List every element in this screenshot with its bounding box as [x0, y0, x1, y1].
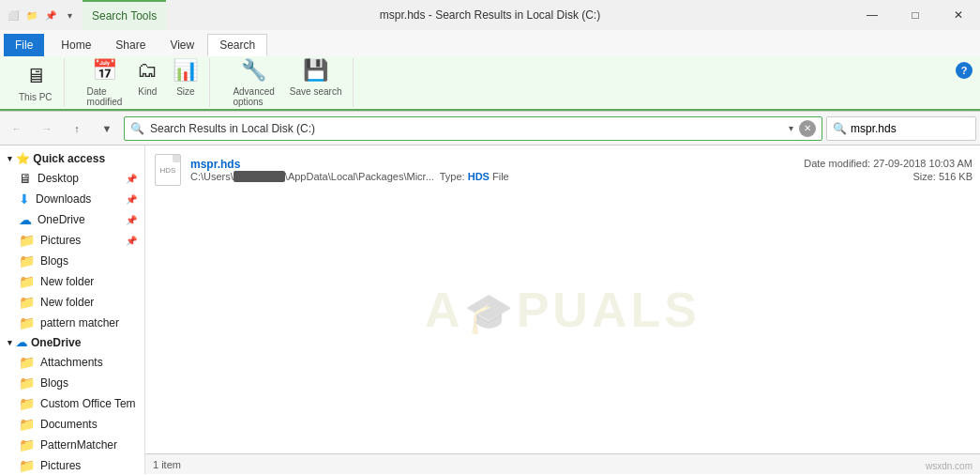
ribbon-btn-advanced[interactable]: 🔧 Advancedoptions	[227, 56, 279, 109]
address-bar-row: ← → ↑ ▼ 🔍 Search Results in Local Disk (…	[0, 112, 980, 146]
sidebar-item-downloads[interactable]: ⬇ Downloads 📌	[0, 189, 144, 209]
ribbon-btn-date[interactable]: 📅 Datemodified	[82, 56, 128, 109]
close-button[interactable]: ✕	[937, 0, 980, 30]
tab-view-label: View	[170, 38, 194, 52]
ribbon: File Home Share View Search 🖥 This PC 📅	[0, 30, 980, 112]
pictures-pin-icon: 📌	[126, 236, 137, 246]
sidebar-item-pattern-matcher[interactable]: 📁 pattern matcher	[0, 313, 144, 333]
address-bar-search-icon: 🔍	[130, 122, 144, 135]
sidebar-item-newfolder2[interactable]: 📁 New folder	[0, 292, 144, 313]
site-watermark-text: wsxdn.com	[926, 461, 972, 471]
sidebar-item-attachments-label: Attachments	[40, 356, 137, 369]
ribbon-btn-kind[interactable]: 🗂 Kind	[131, 56, 163, 109]
sidebar-item-pictures-od[interactable]: 📁 Pictures	[0, 455, 144, 474]
ribbon-group-location: 🖥 This PC	[8, 58, 65, 107]
sidebar-item-attachments[interactable]: 📁 Attachments	[0, 352, 144, 373]
ribbon-search-content: 🖥 This PC 📅 Datemodified 🗂 Kind 📊 Size	[0, 56, 980, 111]
attachments-icon: 📁	[19, 355, 35, 370]
sidebar-item-documents[interactable]: 📁 Documents	[0, 414, 144, 435]
file-path-redacted: ▬▬▬▬▬	[234, 171, 285, 182]
tab-search-label: Search	[219, 38, 255, 52]
sidebar-item-patternmatcher-label: PatternMatcher	[40, 438, 137, 452]
sidebar-item-onedrive-quick-label: OneDrive	[38, 213, 120, 226]
sidebar-item-desktop-label: Desktop	[38, 172, 120, 185]
file-path-suffix: \AppData\Local\Packages\Micr...	[285, 171, 434, 182]
search-tools-ribbon-tab[interactable]: Search Tools	[83, 0, 166, 30]
sidebar-item-desktop[interactable]: 🖥 Desktop 📌	[0, 168, 144, 189]
ribbon-btn-size[interactable]: 📊 Size	[167, 56, 204, 109]
address-bar[interactable]: 🔍 Search Results in Local Disk (C:) ▾ ✕	[124, 116, 822, 141]
app-icon-2: 📁	[24, 8, 39, 23]
sidebar-item-blogs-quick[interactable]: 📁 Blogs	[0, 251, 144, 271]
newfolder1-icon: 📁	[19, 274, 35, 289]
sidebar-item-documents-label: Documents	[40, 418, 137, 431]
tab-home[interactable]: Home	[50, 34, 102, 56]
custom-office-icon: 📁	[19, 396, 35, 411]
file-meta-mspr: Date modified: 27-09-2018 10:03 AM Size:…	[804, 158, 972, 182]
watermark-rest: PUALS	[517, 282, 701, 338]
ribbon-btn-this-pc[interactable]: 🖥 This PC	[13, 62, 58, 104]
desktop-folder-icon: 🖥	[19, 171, 32, 186]
tab-home-label: Home	[61, 38, 91, 52]
downloads-folder-icon: ⬇	[19, 192, 30, 207]
sidebar-section-onedrive-label: OneDrive	[31, 336, 81, 349]
address-clear-button[interactable]: ✕	[799, 120, 816, 137]
tab-search[interactable]: Search	[207, 34, 267, 56]
tab-view[interactable]: View	[158, 34, 205, 56]
onedrive-chevron-icon: ▾	[8, 338, 12, 347]
search-box-icon: 🔍	[833, 122, 847, 135]
tab-file[interactable]: File	[4, 34, 44, 56]
sidebar-item-custom-office-label: Custom Office Tem	[40, 397, 137, 410]
sidebar-item-blogs[interactable]: 📁 Blogs	[0, 373, 144, 393]
file-path-mspr: C:\Users\▬▬▬▬▬\AppData\Local\Packages\Mi…	[190, 171, 565, 182]
sidebar-item-pictures-od-label: Pictures	[40, 459, 137, 472]
title-bar-icons: ⬜ 📁 📌 ▾	[0, 8, 83, 23]
size-btn-label: Size	[176, 86, 194, 97]
file-name-mspr: mspr.hds	[190, 158, 796, 171]
recent-locations-button[interactable]: ▼	[94, 116, 120, 141]
nav-back-button[interactable]: ←	[4, 116, 30, 141]
title-bar: ⬜ 📁 📌 ▾ Search Tools mspr.hds - Search R…	[0, 0, 980, 30]
tab-file-label: File	[15, 38, 33, 52]
nav-forward-button[interactable]: →	[34, 116, 60, 141]
site-watermark: wsxdn.com	[926, 461, 972, 471]
date-btn-label: Datemodified	[87, 86, 123, 107]
status-bar: 1 item	[145, 453, 980, 474]
pattern-matcher-icon: 📁	[19, 315, 35, 330]
ribbon-tabs: File Home Share View Search	[0, 30, 980, 56]
sidebar-item-patternmatcher[interactable]: 📁 PatternMatcher	[0, 435, 144, 455]
sidebar-item-pictures-quick-label: Pictures	[40, 234, 120, 247]
nav-up-button[interactable]: ↑	[64, 116, 90, 141]
status-count: 1 item	[153, 459, 181, 470]
file-icon-mspr: HDS	[153, 155, 183, 185]
sidebar-item-blogs-label: Blogs	[40, 376, 137, 390]
main-layout: ▾ ⭐ Quick access 🖥 Desktop 📌 ⬇ Downloads…	[0, 146, 980, 474]
newfolder2-icon: 📁	[19, 295, 35, 310]
file-icon-label: HDS	[160, 166, 176, 175]
ribbon-help-button[interactable]: ?	[956, 62, 972, 79]
sidebar-section-header-label: ⭐ Quick access	[16, 152, 105, 165]
ribbon-btn-save[interactable]: 💾 Save search	[284, 56, 348, 109]
sidebar-item-newfolder1[interactable]: 📁 New folder	[0, 271, 144, 292]
sidebar-section-onedrive[interactable]: ▾ ☁ OneDrive	[0, 333, 144, 352]
search-input[interactable]	[851, 122, 980, 135]
sidebar-item-pictures-quick[interactable]: 📁 Pictures 📌	[0, 230, 144, 251]
date-icon: 📅	[92, 58, 117, 83]
address-bar-dropdown-arrow[interactable]: ▾	[789, 123, 793, 133]
sidebar-item-onedrive-quick[interactable]: ☁ OneDrive 📌	[0, 209, 144, 230]
quick-access-toolbar-arrow[interactable]: ▾	[62, 8, 77, 23]
sidebar-section-quick-access[interactable]: ▾ ⭐ Quick access	[0, 149, 144, 168]
maximize-button[interactable]: □	[894, 0, 937, 30]
file-date-modified: Date modified: 27-09-2018 10:03 AM	[804, 158, 972, 169]
pictures-quick-icon: 📁	[19, 233, 35, 248]
minimize-button[interactable]: —	[851, 0, 894, 30]
file-item-mspr[interactable]: HDS mspr.hds C:\Users\▬▬▬▬▬\AppData\Loca…	[145, 149, 980, 191]
sidebar-item-custom-office[interactable]: 📁 Custom Office Tem	[0, 393, 144, 414]
sidebar-item-blogs-quick-label: Blogs	[40, 254, 137, 268]
quick-access-chevron-icon: ▾	[8, 154, 12, 163]
window-title: mspr.hds - Search Results in Local Disk …	[380, 8, 600, 22]
blogs-quick-icon: 📁	[19, 253, 35, 268]
search-box[interactable]: 🔍 ✕	[826, 116, 976, 141]
file-path-prefix: C:\Users\	[190, 171, 234, 182]
tab-share[interactable]: Share	[104, 34, 157, 56]
